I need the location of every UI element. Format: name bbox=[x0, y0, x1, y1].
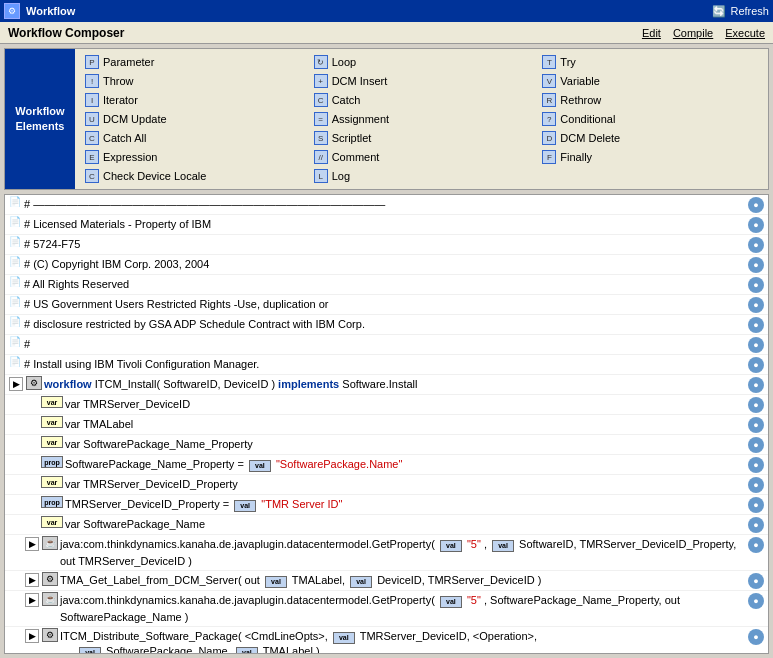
row-end-icon-a2[interactable]: ● bbox=[748, 497, 764, 513]
code-row-7[interactable]: 📄 # disclosure restricted by GSA ADP Sch… bbox=[5, 315, 768, 335]
code-row-9[interactable]: 📄 # Install using IBM Tivoli Configurati… bbox=[5, 355, 768, 375]
code-row-var3[interactable]: var var SoftwarePackage_Name_Property ● bbox=[5, 435, 768, 455]
row-end-icon-7[interactable]: ● bbox=[748, 317, 764, 333]
we-dcm-delete[interactable]: D DCM Delete bbox=[536, 129, 764, 147]
code-row-3[interactable]: 📄 # 5724-F75 ● bbox=[5, 235, 768, 255]
we-iterator[interactable]: I Iterator bbox=[79, 91, 307, 109]
title-bar-text: Workflow bbox=[26, 5, 75, 17]
code-area[interactable]: 📄 # ———————————————————————————————— ● 📄… bbox=[4, 194, 769, 654]
catch-all-icon: C bbox=[85, 131, 99, 145]
expand-call4[interactable]: ▶ bbox=[25, 629, 39, 643]
we-catch[interactable]: C Catch bbox=[308, 91, 536, 109]
var-icon-4: var bbox=[41, 476, 63, 488]
code-row-var2[interactable]: var var TMALabel ● bbox=[5, 415, 768, 435]
refresh-button[interactable]: 🔄 Refresh bbox=[712, 5, 769, 18]
row-end-icon-v4[interactable]: ● bbox=[748, 477, 764, 493]
code-row-var5[interactable]: var var SoftwarePackage_Name ● bbox=[5, 515, 768, 535]
we-finally[interactable]: F Finally bbox=[536, 148, 764, 166]
code-row-workflow[interactable]: ▶ ⚙ workflow ITCM_Install( SoftwareID, D… bbox=[5, 375, 768, 395]
check-device-locale-icon: C bbox=[85, 169, 99, 183]
ci5: val bbox=[440, 596, 462, 608]
expression-icon: E bbox=[85, 150, 99, 164]
code-row-var4[interactable]: var var TMRServer_DeviceID_Property ● bbox=[5, 475, 768, 495]
we-expression[interactable]: E Expression bbox=[79, 148, 307, 166]
row-end-icon-1[interactable]: ● bbox=[748, 197, 764, 213]
row-end-icon-9[interactable]: ● bbox=[748, 357, 764, 373]
row-end-icon-3[interactable]: ● bbox=[748, 237, 764, 253]
var4-content: var TMRServer_DeviceID_Property bbox=[65, 476, 748, 493]
file-icon-2: 📄 bbox=[9, 216, 21, 227]
we-comment[interactable]: // Comment bbox=[308, 148, 536, 166]
file-icon-7: 📄 bbox=[9, 316, 21, 327]
check-device-locale-label: Check Device Locale bbox=[103, 170, 206, 182]
ci3: val bbox=[265, 576, 287, 588]
expand-call1[interactable]: ▶ bbox=[25, 537, 39, 551]
dcm-delete-icon: D bbox=[542, 131, 556, 145]
we-variable[interactable]: V Variable bbox=[536, 72, 764, 90]
we-check-device-locale[interactable]: C Check Device Locale bbox=[79, 167, 307, 185]
code-row-8[interactable]: 📄 # ● bbox=[5, 335, 768, 355]
we-dcm-insert[interactable]: + DCM Insert bbox=[308, 72, 536, 90]
row-end-icon-c1[interactable]: ● bbox=[748, 537, 764, 553]
code-row-call3[interactable]: ▶ ☕ java:com.thinkdynamics.kanaha.de.jav… bbox=[5, 591, 768, 627]
code-row-4[interactable]: 📄 # (C) Copyright IBM Corp. 2003, 2004 ● bbox=[5, 255, 768, 275]
code-row-var1[interactable]: var var TMRServer_DeviceID ● bbox=[5, 395, 768, 415]
expand-call2[interactable]: ▶ bbox=[25, 573, 39, 587]
we-assignment[interactable]: = Assignment bbox=[308, 110, 536, 128]
main-container: WorkflowElements P Parameter ↻ Loop T Tr… bbox=[0, 44, 773, 658]
we-catch-all[interactable]: C Catch All bbox=[79, 129, 307, 147]
we-log[interactable]: L Log bbox=[308, 167, 536, 185]
menu-items: Edit Compile Execute bbox=[642, 27, 765, 39]
throw-label: Throw bbox=[103, 75, 134, 87]
file-icon-8: 📄 bbox=[9, 336, 21, 347]
row-end-icon-6[interactable]: ● bbox=[748, 297, 764, 313]
iterator-label: Iterator bbox=[103, 94, 138, 106]
call4-content: ITCM_Distribute_Software_Package( <CmdLi… bbox=[60, 628, 748, 645]
row-end-icon-v1[interactable]: ● bbox=[748, 397, 764, 413]
row-end-icon-c4[interactable]: ● bbox=[748, 629, 764, 645]
compile-menu[interactable]: Compile bbox=[673, 27, 713, 39]
row-end-icon-wf[interactable]: ● bbox=[748, 377, 764, 393]
row-end-icon-2[interactable]: ● bbox=[748, 217, 764, 233]
dcm-update-icon: U bbox=[85, 112, 99, 126]
code-comment-8: # bbox=[24, 336, 748, 353]
we-parameter[interactable]: P Parameter bbox=[79, 53, 307, 71]
code-row-5[interactable]: 📄 # All Rights Reserved ● bbox=[5, 275, 768, 295]
code-row-2[interactable]: 📄 # Licensed Materials - Property of IBM… bbox=[5, 215, 768, 235]
we-rethrow[interactable]: R Rethrow bbox=[536, 91, 764, 109]
code-row-1[interactable]: 📄 # ———————————————————————————————— ● bbox=[5, 195, 768, 215]
we-try[interactable]: T Try bbox=[536, 53, 764, 71]
row-end-icon-c2[interactable]: ● bbox=[748, 573, 764, 589]
file-icon-1: 📄 bbox=[9, 196, 21, 207]
we-scriptlet[interactable]: S Scriptlet bbox=[308, 129, 536, 147]
row-end-icon-v3[interactable]: ● bbox=[748, 437, 764, 453]
row-end-icon-v5[interactable]: ● bbox=[748, 517, 764, 533]
call3-content: java:com.thinkdynamics.kanaha.de.javaplu… bbox=[60, 592, 748, 625]
row-end-icon-4[interactable]: ● bbox=[748, 257, 764, 273]
assignment-icon: = bbox=[314, 112, 328, 126]
code-row-call1[interactable]: ▶ ☕ java:com.thinkdynamics.kanaha.de.jav… bbox=[5, 535, 768, 571]
we-conditional[interactable]: ? Conditional bbox=[536, 110, 764, 128]
expand-workflow[interactable]: ▶ bbox=[9, 377, 23, 391]
refresh-icon: 🔄 bbox=[712, 5, 726, 18]
code-row-assign1[interactable]: prop SoftwarePackage_Name_Property = val… bbox=[5, 455, 768, 475]
file-icon-3: 📄 bbox=[9, 236, 21, 247]
var-icon-5: var bbox=[41, 516, 63, 528]
assign1-content: SoftwarePackage_Name_Property = val "Sof… bbox=[65, 456, 748, 473]
we-dcm-update[interactable]: U DCM Update bbox=[79, 110, 307, 128]
edit-menu[interactable]: Edit bbox=[642, 27, 661, 39]
row-end-icon-c3[interactable]: ● bbox=[748, 593, 764, 609]
code-row-6[interactable]: 📄 # US Government Users Restricted Right… bbox=[5, 295, 768, 315]
execute-menu[interactable]: Execute bbox=[725, 27, 765, 39]
code-row-call2[interactable]: ▶ ⚙ TMA_Get_Label_from_DCM_Server( out v… bbox=[5, 571, 768, 591]
code-row-call4[interactable]: ▶ ⚙ ITCM_Distribute_Software_Package( <C… bbox=[5, 627, 768, 654]
code-row-assign2[interactable]: prop TMRServer_DeviceID_Property = val "… bbox=[5, 495, 768, 515]
row-end-icon-a1[interactable]: ● bbox=[748, 457, 764, 473]
row-end-icon-8[interactable]: ● bbox=[748, 337, 764, 353]
java-call1-icon: ☕ bbox=[42, 536, 58, 550]
row-end-icon-5[interactable]: ● bbox=[748, 277, 764, 293]
expand-call3[interactable]: ▶ bbox=[25, 593, 39, 607]
row-end-icon-v2[interactable]: ● bbox=[748, 417, 764, 433]
we-throw[interactable]: ! Throw bbox=[79, 72, 307, 90]
we-loop[interactable]: ↻ Loop bbox=[308, 53, 536, 71]
